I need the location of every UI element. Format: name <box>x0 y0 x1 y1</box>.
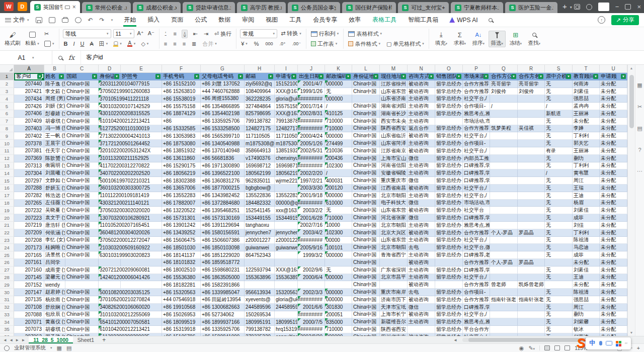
cell[interactable]: 北京市昌平 <box>380 274 408 282</box>
filter-dropdown-icon[interactable]: ▼ <box>456 74 461 79</box>
cell[interactable]: China中国 <box>65 251 99 259</box>
vertical-scroll-thumb[interactable] <box>629 75 634 128</box>
cell[interactable]: 207369 <box>14 155 44 162</box>
cell[interactable]: 周江 <box>573 304 600 311</box>
cell[interactable]: 未分配 <box>573 259 600 267</box>
magnifier-icon[interactable] <box>58 56 62 60</box>
cell[interactable]: 社交平台,/ <box>463 237 490 244</box>
file-tab[interactable]: S医护五险一金.xlsx <box>505 2 557 13</box>
cell[interactable]: 无 <box>545 118 573 125</box>
cell[interactable]: 被动咨询 <box>408 229 435 237</box>
cell[interactable]: 任天宇 (女 <box>44 147 65 155</box>
cell[interactable]: 207378 <box>14 140 44 147</box>
cell[interactable]: 口碑推荐,学 <box>463 267 490 274</box>
row-number[interactable]: 23 <box>0 237 14 244</box>
cell[interactable]: 山东省东营 <box>380 237 408 244</box>
freeze-button[interactable]: ⊞冻结▾ <box>507 31 524 47</box>
column-header-P[interactable]: P <box>463 65 490 72</box>
cell[interactable]: 主动咨询 <box>408 318 435 326</box>
cell[interactable]: hrq153199 <box>275 326 298 333</box>
increase-indent-button[interactable]: ⇥ <box>203 30 209 38</box>
cell[interactable] <box>380 259 408 267</box>
formula-value[interactable]: 客户id <box>80 51 103 64</box>
cell[interactable] <box>518 147 545 155</box>
cell[interactable]: 207406 <box>14 110 44 118</box>
cell[interactable]: China中国 <box>352 222 380 229</box>
cell[interactable] <box>545 281 573 289</box>
cell[interactable] <box>518 207 545 214</box>
currency-button[interactable]: ¥▾ <box>240 40 249 48</box>
keyboard-icon[interactable] <box>606 341 612 345</box>
cell[interactable]: 成菲 <box>573 214 600 222</box>
cell[interactable]: China中国 <box>65 304 99 311</box>
cell[interactable]: China中国 <box>65 200 99 207</box>
cell[interactable]: 重庆市南岸 <box>380 289 408 296</box>
row-number[interactable]: 6 <box>0 110 14 118</box>
cell[interactable]: 社交平台,/ <box>463 185 490 192</box>
cell[interactable]: XXX@163. <box>275 88 298 96</box>
cell[interactable]: 207108 <box>14 304 44 311</box>
menu-member[interactable]: 会员专享 <box>312 13 338 27</box>
cell[interactable]: v17490376 <box>245 155 275 162</box>
cell[interactable]: 周江 <box>573 177 600 185</box>
cell[interactable]: +86 1396522100 <box>201 169 245 177</box>
cell[interactable]: 留学总经办 <box>435 125 463 133</box>
cell[interactable]: 留学总经办 <box>435 169 463 177</box>
cell[interactable]: 留学总经办 <box>435 251 463 259</box>
sheet-tab-active[interactable]: 11_28_5_1000 <box>29 336 73 343</box>
cell[interactable]: 2000/6/4 <box>298 274 325 282</box>
cell[interactable]: 未分配 <box>600 326 627 333</box>
cell[interactable]: China中国 <box>352 318 380 326</box>
cell[interactable]: China中国 <box>352 311 380 319</box>
cell[interactable]: China中国 <box>352 274 380 282</box>
cell[interactable]: China中国 <box>65 192 99 200</box>
cell[interactable] <box>245 259 275 267</box>
comma-button[interactable]: 000 <box>265 40 274 48</box>
cell[interactable]: 电子科技大 <box>380 200 408 207</box>
cell[interactable]: 留学总经办 <box>435 229 463 237</box>
cell[interactable]: 无 <box>545 326 573 333</box>
paste-button[interactable]: 粘贴 ▾ <box>24 31 41 47</box>
cell[interactable]: 200120 <box>325 185 352 192</box>
help-icon[interactable]: ? <box>638 147 641 153</box>
header-cell[interactable]: 手机号码▼ <box>162 73 201 80</box>
cell[interactable]: 留学总经办 <box>435 110 463 118</box>
cell[interactable]: 610000 <box>325 200 352 207</box>
panel-icon[interactable]: ▦ <box>637 82 642 89</box>
cell[interactable]: wjrme221@ <box>275 177 298 185</box>
cell[interactable]: 未分配 <box>600 311 627 319</box>
cell[interactable]: 未分配 <box>600 318 627 326</box>
cell[interactable]: 天津市宝坻 <box>380 304 408 311</box>
cell[interactable]: 北京大兴区 <box>380 229 408 237</box>
cell[interactable] <box>490 192 518 200</box>
cell[interactable]: 左佳薇 (女 <box>44 200 65 207</box>
file-tab[interactable]: S贷款申请信息.xlsx <box>183 2 235 13</box>
cell[interactable]: 韩浩远 (男 <box>44 192 65 200</box>
cell[interactable]: 主动咨询 <box>408 110 435 118</box>
cell[interactable]: 主动咨询 <box>408 162 435 170</box>
cell[interactable]: 370502199901260083 <box>99 88 121 96</box>
cell[interactable]: ######### <box>298 237 325 244</box>
cell[interactable] <box>298 259 325 267</box>
cell[interactable]: 未分配 <box>600 267 627 274</box>
cell[interactable]: 指南针张老 <box>490 296 518 304</box>
cell[interactable]: China中国 <box>65 169 99 177</box>
cell[interactable]: China中国 <box>352 169 380 177</box>
cell[interactable]: +86 刘慧 137052 <box>201 80 245 88</box>
cell[interactable]: 511302200208200025 <box>99 333 121 336</box>
row-number[interactable]: 26 <box>0 259 14 267</box>
cell[interactable] <box>99 259 121 267</box>
cell[interactable]: 刘素佳 <box>573 88 600 96</box>
cell[interactable]: 无 <box>545 177 573 185</box>
quickbar-chevron-icon[interactable]: ▾ <box>111 18 113 22</box>
minimize-button[interactable]: − <box>615 4 619 10</box>
cell[interactable]: 马恋迪 <box>573 244 600 251</box>
cell[interactable]: 710000 <box>325 326 352 333</box>
cell[interactable]: 合作方推荐 <box>463 80 490 88</box>
cell[interactable] <box>435 118 463 125</box>
cell[interactable]: +86 1899937166 <box>201 318 245 326</box>
cell[interactable] <box>518 110 545 118</box>
cell[interactable]: 未分配 <box>600 147 627 155</box>
cell[interactable]: China中国 <box>65 80 99 88</box>
cell[interactable]: China中国 <box>65 185 99 192</box>
